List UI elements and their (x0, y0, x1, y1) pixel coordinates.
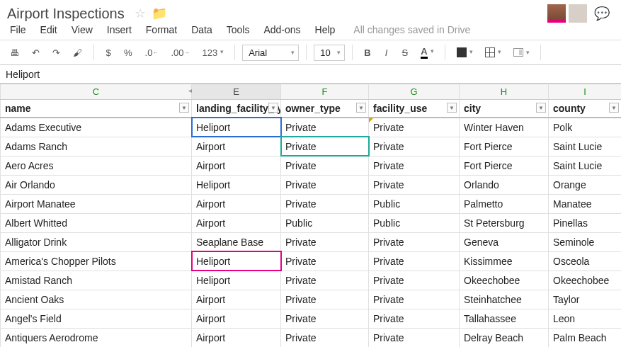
cell-name[interactable]: Aero Acres (1, 156, 192, 175)
cell-facility[interactable]: Public (369, 194, 460, 213)
cell-landing[interactable]: Airport (192, 328, 281, 347)
cell-county[interactable]: Saint Lucie (549, 137, 622, 156)
cell-facility[interactable]: Private (369, 175, 460, 194)
cell-owner[interactable]: Private (281, 328, 369, 347)
doc-title[interactable]: Airport Inspections (7, 6, 132, 22)
menu-view[interactable]: View (72, 24, 93, 35)
cell-city[interactable]: Fort Pierce (460, 156, 549, 175)
filter-icon[interactable]: ▼ (536, 103, 546, 113)
cell-landing[interactable]: Airport (192, 137, 281, 156)
cell-county[interactable]: Okeechobee (549, 271, 622, 290)
cell-landing[interactable]: Airport (192, 213, 281, 232)
cell-owner[interactable]: Private (281, 232, 369, 251)
print-icon[interactable]: 🖶 (6, 45, 23, 61)
cell-name[interactable]: America's Chopper Pilots (1, 251, 192, 271)
cell-name[interactable]: Alligator Drink (1, 232, 192, 251)
cell-landing[interactable]: Heliport (192, 175, 281, 194)
cell-name[interactable]: Angel's Field (1, 309, 192, 328)
cell-county[interactable]: Palm Beach (549, 328, 622, 347)
cell-landing[interactable]: Heliport (192, 271, 281, 290)
cell-county[interactable]: Leon (549, 309, 622, 328)
cell-name[interactable]: Amistad Ranch (1, 271, 192, 290)
cell-county[interactable]: Osceola (549, 251, 622, 271)
formula-bar[interactable]: Heliport (0, 69, 621, 80)
filter-icon[interactable]: ▼ (268, 103, 278, 113)
menu-addons[interactable]: Add-ons (263, 24, 300, 35)
column-header-h[interactable]: H (460, 84, 549, 100)
filter-icon[interactable]: ▼ (179, 103, 189, 113)
cell-county[interactable]: Manatee (549, 194, 622, 213)
field-header-owner[interactable]: owner_type▼ (281, 100, 369, 118)
cell-owner[interactable]: Private (281, 175, 369, 194)
folder-icon[interactable]: 📁 (149, 6, 170, 21)
menu-format[interactable]: Format (146, 24, 177, 35)
cell-owner[interactable]: Private (281, 309, 369, 328)
cell-county[interactable]: Pinellas (549, 213, 622, 232)
cell-name[interactable]: Airport Manatee (1, 194, 192, 213)
column-header-f[interactable]: F (281, 84, 369, 100)
cell-facility[interactable]: Private (369, 118, 460, 137)
redo-icon[interactable]: ↷ (48, 45, 64, 61)
cell-facility[interactable]: Private (369, 156, 460, 175)
paint-format-icon[interactable]: 🖌 (69, 45, 86, 61)
field-header-facility[interactable]: facility_use▼ (369, 100, 460, 118)
cell-city[interactable]: Kissimmee (460, 251, 549, 271)
undo-icon[interactable]: ↶ (28, 45, 44, 61)
field-header-county[interactable]: county▼ (549, 100, 622, 118)
cell-landing[interactable]: Heliport (192, 251, 281, 271)
cell-facility[interactable]: Private (369, 251, 460, 271)
cell-name[interactable]: Ancient Oaks (1, 290, 192, 309)
cell-owner[interactable]: Private (281, 118, 369, 137)
cell-city[interactable]: Orlando (460, 175, 549, 194)
cell-county[interactable]: Taylor (549, 290, 622, 309)
decrease-decimals-button[interactable]: .0← (141, 45, 163, 61)
cell-name[interactable]: Air Orlando (1, 175, 192, 194)
cell-city[interactable]: Palmetto (460, 194, 549, 213)
cell-name[interactable]: Antiquers Aerodrome (1, 328, 192, 347)
cell-owner[interactable]: Private (281, 194, 369, 213)
cell-county[interactable]: Seminole (549, 232, 622, 251)
filter-icon[interactable]: ▼ (609, 103, 619, 113)
cell-owner[interactable]: Private (281, 290, 369, 309)
column-header-i[interactable]: I (549, 84, 622, 100)
cell-facility[interactable]: Private (369, 271, 460, 290)
cell-facility[interactable]: Private (369, 290, 460, 309)
format-percent-button[interactable]: % (120, 45, 137, 61)
cell-landing[interactable]: Airport (192, 309, 281, 328)
cell-owner[interactable]: Private (281, 251, 369, 271)
cell-county[interactable]: Saint Lucie (549, 156, 622, 175)
cell-facility[interactable]: Private (369, 328, 460, 347)
cell-city[interactable]: Tallahassee (460, 309, 549, 328)
menu-help[interactable]: Help (315, 24, 336, 35)
menu-file[interactable]: File (10, 24, 26, 35)
merge-cells-dropdown[interactable] (509, 45, 533, 59)
cell-city[interactable]: Winter Haven (460, 118, 549, 137)
cell-county[interactable]: Orange (549, 175, 622, 194)
fill-color-dropdown[interactable] (452, 45, 477, 60)
cell-owner[interactable]: Private (281, 271, 369, 290)
bold-button[interactable]: B (360, 45, 375, 61)
cell-owner[interactable]: Private (281, 156, 369, 175)
field-header-city[interactable]: city▼ (460, 100, 549, 118)
cell-owner[interactable]: Public (281, 213, 369, 232)
field-header-landing[interactable]: landing_facility_type▼ (192, 100, 281, 118)
menu-edit[interactable]: Edit (40, 24, 57, 35)
cell-city[interactable]: Steinhatchee (460, 290, 549, 309)
format-currency-button[interactable]: $ (101, 45, 115, 61)
filter-icon[interactable]: ▼ (447, 103, 457, 113)
cell-city[interactable]: Geneva (460, 232, 549, 251)
cell-landing[interactable]: Seaplane Base (192, 232, 281, 251)
cell-county[interactable]: Polk (549, 118, 622, 137)
borders-dropdown[interactable] (481, 45, 505, 60)
filter-icon[interactable]: ▼ (356, 103, 366, 113)
menu-insert[interactable]: Insert (107, 24, 132, 35)
cell-city[interactable]: Delray Beach (460, 328, 549, 347)
increase-decimals-button[interactable]: .00→ (166, 45, 193, 61)
text-color-dropdown[interactable]: A (416, 44, 437, 62)
cell-facility[interactable]: Private (369, 309, 460, 328)
cell-landing[interactable]: Heliport (192, 118, 281, 137)
menu-tools[interactable]: Tools (227, 24, 250, 35)
cell-landing[interactable]: Airport (192, 156, 281, 175)
cell-city[interactable]: Fort Pierce (460, 137, 549, 156)
field-header-name[interactable]: name▼ (1, 100, 192, 118)
